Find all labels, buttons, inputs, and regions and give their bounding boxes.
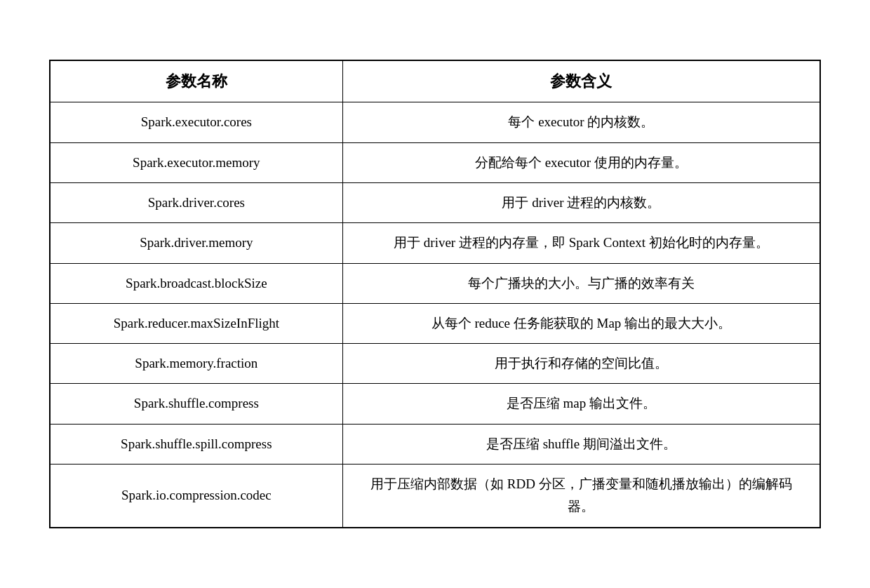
- param-meaning-cell: 每个广播块的大小。与广播的效率有关: [342, 263, 820, 303]
- table-header-row: 参数名称 参数含义: [50, 60, 820, 102]
- param-meaning-cell: 用于 driver 进程的内存量，即 Spark Context 初始化时的内存…: [342, 223, 820, 263]
- table-row: Spark.memory.fraction用于执行和存储的空间比值。: [50, 344, 820, 384]
- param-meaning-cell: 用于压缩内部数据（如 RDD 分区，广播变量和随机播放输出）的编解码器。: [342, 465, 820, 528]
- param-name-cell: Spark.memory.fraction: [50, 344, 342, 384]
- param-name-cell: Spark.executor.memory: [50, 142, 342, 182]
- table-row: Spark.executor.memory分配给每个 executor 使用的内…: [50, 142, 820, 182]
- table-row: Spark.driver.memory用于 driver 进程的内存量，即 Sp…: [50, 223, 820, 263]
- param-name-cell: Spark.io.compression.codec: [50, 465, 342, 528]
- param-meaning-cell: 是否压缩 shuffle 期间溢出文件。: [342, 424, 820, 464]
- header-param-meaning: 参数含义: [342, 60, 820, 102]
- table-row: Spark.reducer.maxSizeInFlight从每个 reduce …: [50, 303, 820, 343]
- param-meaning-cell: 从每个 reduce 任务能获取的 Map 输出的最大大小。: [342, 303, 820, 343]
- table-row: Spark.driver.cores用于 driver 进程的内核数。: [50, 182, 820, 222]
- table-row: Spark.io.compression.codec用于压缩内部数据（如 RDD…: [50, 465, 820, 528]
- spark-params-table: 参数名称 参数含义 Spark.executor.cores每个 executo…: [49, 60, 821, 528]
- param-meaning-cell: 每个 executor 的内核数。: [342, 102, 820, 142]
- param-name-cell: Spark.driver.cores: [50, 182, 342, 222]
- param-name-cell: Spark.shuffle.spill.compress: [50, 424, 342, 464]
- header-param-name: 参数名称: [50, 60, 342, 102]
- param-name-cell: Spark.broadcast.blockSize: [50, 263, 342, 303]
- param-name-cell: Spark.executor.cores: [50, 102, 342, 142]
- param-meaning-cell: 用于执行和存储的空间比值。: [342, 344, 820, 384]
- param-name-cell: Spark.driver.memory: [50, 223, 342, 263]
- param-meaning-cell: 是否压缩 map 输出文件。: [342, 384, 820, 424]
- main-container: 参数名称 参数含义 Spark.executor.cores每个 executo…: [49, 60, 821, 528]
- table-row: Spark.shuffle.spill.compress是否压缩 shuffle…: [50, 424, 820, 464]
- param-name-cell: Spark.reducer.maxSizeInFlight: [50, 303, 342, 343]
- table-row: Spark.shuffle.compress是否压缩 map 输出文件。: [50, 384, 820, 424]
- param-meaning-cell: 分配给每个 executor 使用的内存量。: [342, 142, 820, 182]
- table-row: Spark.executor.cores每个 executor 的内核数。: [50, 102, 820, 142]
- table-row: Spark.broadcast.blockSize每个广播块的大小。与广播的效率…: [50, 263, 820, 303]
- param-name-cell: Spark.shuffle.compress: [50, 384, 342, 424]
- param-meaning-cell: 用于 driver 进程的内核数。: [342, 182, 820, 222]
